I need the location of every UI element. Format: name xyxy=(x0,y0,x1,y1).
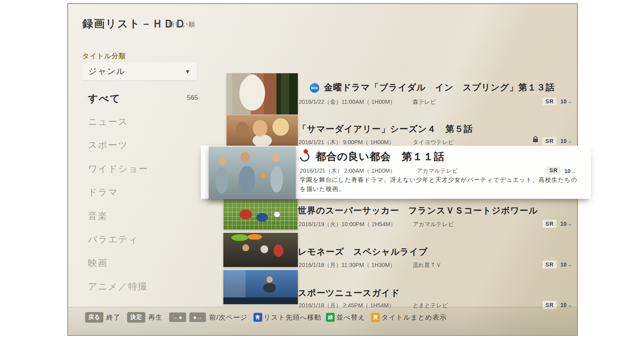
thumbnail-band-live xyxy=(223,233,298,267)
tv-screen: 録画リスト－ＨＤＤ 新しい順 タイトル分類 ジャンル ▼ すべて 565 ニュー… xyxy=(67,3,578,336)
rec-mode-badge: SR xyxy=(543,137,556,145)
recording-title: 世界のスーパーサッカー フランスＶＳコートジボワール xyxy=(298,205,538,217)
channel-name: アカマルテレビ xyxy=(417,167,458,175)
days-remaining: 10→ xyxy=(560,261,572,268)
recording-title: 都合の良い都会 第１１話 xyxy=(316,150,444,164)
channel-name: アカマルテレビ xyxy=(413,221,454,228)
badge-strip: SR 10→ xyxy=(68,136,577,146)
thumbnail-party-scene xyxy=(209,147,296,199)
sidebar-item-news[interactable]: ニュース xyxy=(88,116,198,139)
sidebar-item-all[interactable]: すべて 565 xyxy=(88,92,198,116)
lock-icon xyxy=(533,139,538,142)
description-line: 学園を舞台にした青春ドラマ。冴えない少年と天才少女がパーティでデュエット。高校生… xyxy=(300,176,590,184)
sidebar-item-drama[interactable]: ドラマ xyxy=(88,186,198,210)
rec-mode-badge: SR xyxy=(547,166,560,174)
blue-action-label: リスト先頭へ移動 xyxy=(264,313,322,322)
recording-title: 金曜ドラマ「ブライダル イン スプリング」第１３話 xyxy=(324,82,555,93)
thumbnail-news-studio xyxy=(223,270,298,304)
recording-datetime: 2016/1/22（金）11:00AM（ 1H00M） xyxy=(299,99,396,105)
recording-title: 「サマーダイアリー」シーズン４ 第５話 xyxy=(298,123,473,135)
sidebar-item-label: 映画 xyxy=(88,257,108,269)
new-badge-icon: NEW xyxy=(310,83,319,93)
back-key-button[interactable]: 戻る xyxy=(85,312,103,322)
remote-hint-bar: 戻る 終了 決定 再生 ←● ●→ 前/次ページ 青 リスト先頭へ移動 緑 並べ… xyxy=(68,307,577,335)
recording-meta: 2016/1/18（月）11:30PM（ 1H30M） 流れ星ＴＶ xyxy=(299,261,577,269)
sidebar-item-label: ワイドショー xyxy=(88,163,149,175)
sort-order-label: 新しい順 xyxy=(168,21,195,29)
recording-title: スポーツニュースガイド xyxy=(298,287,400,299)
recording-title: レモネーズ スペシャルライブ xyxy=(298,246,428,258)
sidebar-item-label: バラエティ xyxy=(88,233,139,246)
days-remaining: 10→ xyxy=(560,220,572,227)
channel-name: 流れ星ＴＶ xyxy=(413,261,442,269)
thumbnail-bridal-drama xyxy=(227,73,298,114)
recording-list-screen: 録画リスト－ＨＤＤ 新しい順 タイトル分類 ジャンル ▼ すべて 565 ニュー… xyxy=(0,0,644,339)
sidebar-item-count: 565 xyxy=(187,92,198,102)
genre-dropdown-value: ジャンル xyxy=(88,66,126,77)
days-remaining: 10→ xyxy=(560,137,572,144)
ok-key-button[interactable]: 決定 xyxy=(127,312,145,322)
ok-action-label: 再生 xyxy=(148,313,162,322)
category-list: すべて 565 ニュース スポーツ ワイドショー ドラマ 音楽 バラエティ 映画… xyxy=(88,92,198,304)
recording-meta: 2016/1/22（金）11:00AM（ 1H00M） 森テレビ xyxy=(299,98,577,106)
sidebar-item-label: アニメ／特撮 xyxy=(88,280,148,293)
sidebar-item-label: ドラマ xyxy=(88,186,118,198)
description-line: を描いた映画。 xyxy=(300,185,590,193)
page-action-label: 前/次ページ xyxy=(209,313,248,322)
sidebar-item-label: 音楽 xyxy=(88,210,108,222)
days-remaining: 10→ xyxy=(564,167,576,174)
sidebar-item-wideshow[interactable]: ワイドショー xyxy=(88,163,198,187)
prev-page-button[interactable]: ←● xyxy=(169,312,186,322)
rec-mode-badge: SR xyxy=(543,261,556,269)
genre-dropdown[interactable]: ジャンル ▼ xyxy=(82,62,197,80)
back-action-label: 終了 xyxy=(106,313,120,322)
yellow-key-button[interactable]: 黄 xyxy=(371,313,380,322)
channel-name: 森テレビ xyxy=(413,98,436,106)
sidebar-item-music[interactable]: 音楽 xyxy=(88,210,198,234)
sidebar-item-movie[interactable]: 映画 xyxy=(88,257,198,281)
recording-meta: 2016/1/19（火）10:00PM（ 2H54M） アカマルテレビ xyxy=(299,221,577,228)
rec-mode-badge: SR xyxy=(543,220,556,228)
sidebar-item-variety[interactable]: バラエティ xyxy=(88,233,198,257)
sidebar-item-label: ニュース xyxy=(88,116,128,128)
sidebar-item-label: すべて xyxy=(88,92,121,105)
next-page-button[interactable]: ●→ xyxy=(189,312,206,322)
title-category-label: タイトル分類 xyxy=(82,51,126,61)
thumbnail-soccer-match xyxy=(223,196,298,230)
rec-mode-badge: SR xyxy=(543,97,556,105)
recording-meta: 2016/1/21（木） 2:00AM（ 1H00M） アカマルテレビ xyxy=(300,167,577,175)
yellow-action-label: タイトルまとめ表示 xyxy=(381,313,447,322)
green-action-label: 並べ替え xyxy=(336,313,365,322)
recording-datetime: 2016/1/18（月）11:30PM（ 1H30M） xyxy=(299,262,396,268)
blue-key-button[interactable]: 青 xyxy=(253,313,262,322)
days-remaining: 10→ xyxy=(560,97,572,105)
recording-datetime: 2016/1/21（木） 2:00AM（ 1H00M） xyxy=(300,168,396,174)
chevron-down-icon: ▼ xyxy=(185,68,191,75)
green-key-button[interactable]: 緑 xyxy=(326,313,335,322)
recording-datetime: 2016/1/19（火）10:00PM（ 2H54M） xyxy=(299,221,396,227)
sidebar-item-anime[interactable]: アニメ／特撮 xyxy=(88,280,198,304)
